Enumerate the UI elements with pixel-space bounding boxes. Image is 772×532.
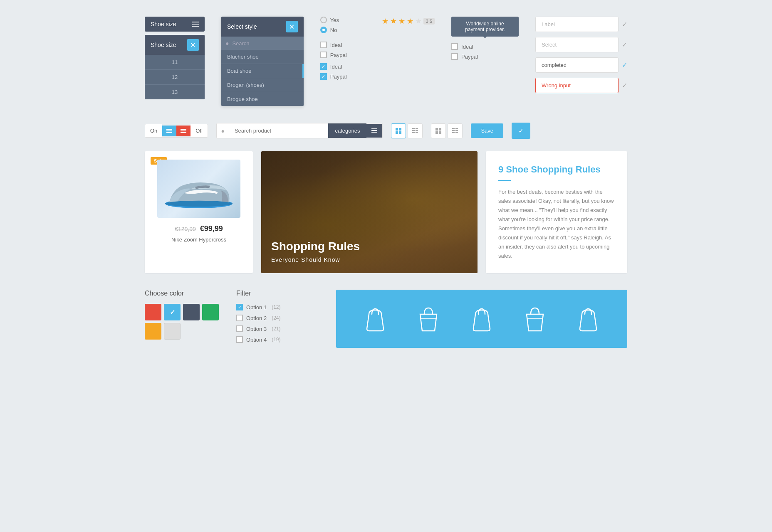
list-view-button-2[interactable] xyxy=(448,123,463,138)
checkbox-paypal-unchecked[interactable]: Paypal xyxy=(320,52,365,58)
svg-rect-6 xyxy=(412,130,415,131)
radio-yes[interactable]: Yes xyxy=(320,17,365,23)
shoe-size-item-11[interactable]: 11 xyxy=(145,55,205,70)
filter-option-3-label: Option 3 xyxy=(246,326,267,332)
search-icon: ● xyxy=(217,128,228,134)
star-1[interactable]: ★ xyxy=(382,17,388,26)
bag-icon-2[interactable] xyxy=(416,304,441,334)
shoe-size-open-dropdown: Shoe size ✕ 11 12 13 xyxy=(145,35,205,99)
bag-icon-4[interactable] xyxy=(522,304,547,334)
old-price: €129,99 xyxy=(175,226,196,232)
style-search-input[interactable] xyxy=(232,40,299,47)
search-input[interactable] xyxy=(229,123,329,138)
payment-paypal-unchecked[interactable]: Paypal xyxy=(451,53,519,60)
color-swatch-blue[interactable]: ✓ xyxy=(164,304,181,320)
list-icon-2 xyxy=(452,128,458,134)
toolbar-row: On Off ● categories xyxy=(145,123,627,139)
star-3[interactable]: ★ xyxy=(398,17,405,26)
completed-input[interactable] xyxy=(535,57,619,73)
checkbox-ideal-checked[interactable]: ✓ Ideal xyxy=(320,63,365,70)
color-swatch-light[interactable] xyxy=(164,323,181,340)
bag-icon-3[interactable] xyxy=(469,304,494,334)
svg-rect-15 xyxy=(455,128,458,129)
color-swatch-orange[interactable] xyxy=(145,323,161,340)
list-icon xyxy=(412,128,418,134)
checkbox-paypal-box-unchecked xyxy=(320,52,327,58)
style-item-boat[interactable]: Boat shoe xyxy=(221,64,304,78)
checkbox-ideal-box-checked: ✓ xyxy=(320,63,327,70)
categories-button[interactable]: categories xyxy=(328,123,366,138)
search-bar: ● categories xyxy=(216,123,383,138)
list-view-button-1[interactable] xyxy=(408,123,423,138)
filter-option-2[interactable]: Option 2 (24) xyxy=(236,315,319,321)
radio-no[interactable]: No xyxy=(320,27,365,33)
cards-row: Sale xyxy=(145,151,627,273)
color-swatch-dark[interactable] xyxy=(183,304,200,320)
payment-ideal-unchecked[interactable]: Ideal xyxy=(451,43,519,50)
search-menu-button[interactable] xyxy=(366,124,382,138)
shoe-size-open-header: Shoe size ✕ xyxy=(145,35,205,55)
toggle-on-button[interactable] xyxy=(162,126,176,136)
shoe-size-item-13[interactable]: 13 xyxy=(145,85,205,99)
select-style-header: Select style ✕ xyxy=(221,17,304,37)
star-4[interactable]: ★ xyxy=(407,17,413,26)
style-item-brogue[interactable]: Brogue shoe xyxy=(221,92,304,106)
save-button[interactable]: Save xyxy=(471,123,503,138)
svg-rect-19 xyxy=(455,132,458,133)
select-input-row: ✓ xyxy=(535,37,627,52)
filter-option-4[interactable]: Option 4 (19) xyxy=(236,336,319,343)
svg-rect-14 xyxy=(452,128,455,129)
label-input[interactable] xyxy=(535,17,619,32)
style-item-blucher[interactable]: Blucher shoe xyxy=(221,50,304,64)
error-input[interactable] xyxy=(535,78,619,93)
bag-svg-4 xyxy=(522,304,547,333)
error-input-row: ✓ xyxy=(535,78,627,93)
top-row: Shoe size Shoe size ✕ 11 12 13 xyxy=(145,17,627,106)
view-toggle-group-2 xyxy=(431,123,463,138)
svg-rect-9 xyxy=(416,132,418,133)
payment-ideal-label: Ideal xyxy=(461,44,473,50)
select-input[interactable] xyxy=(535,37,619,52)
grid-view-button-2[interactable] xyxy=(431,123,446,138)
select-style-close-button[interactable]: ✕ xyxy=(286,21,298,32)
color-swatch-red[interactable] xyxy=(145,304,161,320)
payment-tooltip: Worldwide online payment provider. xyxy=(451,17,519,37)
svg-rect-12 xyxy=(435,131,438,134)
shoe-size-items: 11 12 13 xyxy=(145,55,205,99)
checkbox-paypal-checked[interactable]: ✓ Paypal xyxy=(320,73,365,80)
filter-checkbox-3 xyxy=(236,325,243,332)
shoe-size-label: Shoe size xyxy=(151,21,176,27)
bag-icon-5[interactable] xyxy=(576,304,601,334)
star-5[interactable]: ★ xyxy=(415,17,422,26)
payment-checks: Ideal Paypal xyxy=(451,43,519,60)
toggle-off-button[interactable] xyxy=(176,126,191,136)
completed-check-icon: ✓ xyxy=(622,61,627,69)
style-item-brogan[interactable]: Brogan (shoes) xyxy=(221,78,304,92)
radio-group: Yes No xyxy=(320,17,365,33)
radio-no-circle xyxy=(320,27,327,33)
select-check-icon: ✓ xyxy=(622,41,627,49)
grid-view-button-1[interactable] xyxy=(391,123,406,138)
filter-option-1-count: (12) xyxy=(272,304,280,310)
checkbox-paypal-box-checked: ✓ xyxy=(320,73,327,80)
radio-check-section: Yes No Ideal Paypal ✓ xyxy=(320,17,365,83)
shoe-size-menu-icon[interactable] xyxy=(192,22,199,27)
filter-option-1[interactable]: ✓ Option 1 (12) xyxy=(236,304,319,310)
bag-icon-1[interactable] xyxy=(363,304,388,334)
payment-tooltip-text: Worldwide online payment provider. xyxy=(465,21,505,32)
color-swatch-green[interactable] xyxy=(202,304,219,320)
shoe-size-section: Shoe size Shoe size ✕ 11 12 13 xyxy=(145,17,205,99)
shoe-size-closed-header[interactable]: Shoe size xyxy=(145,17,205,32)
checkbox-ideal-unchecked[interactable]: Ideal xyxy=(320,42,365,48)
payment-ideal-checkbox xyxy=(451,43,458,50)
filter-option-3[interactable]: Option 3 (21) xyxy=(236,325,319,332)
shoe-size-item-12[interactable]: 12 xyxy=(145,70,205,85)
shoe-size-close-button[interactable]: ✕ xyxy=(187,39,199,51)
confirm-button[interactable]: ✓ xyxy=(512,123,530,139)
filter-option-2-count: (24) xyxy=(272,315,280,321)
color-section: Choose color ✓ xyxy=(145,290,220,340)
star-2[interactable]: ★ xyxy=(390,17,397,26)
product-card: Sale xyxy=(145,151,253,273)
svg-point-21 xyxy=(165,201,233,207)
shoe-svg xyxy=(161,164,236,214)
